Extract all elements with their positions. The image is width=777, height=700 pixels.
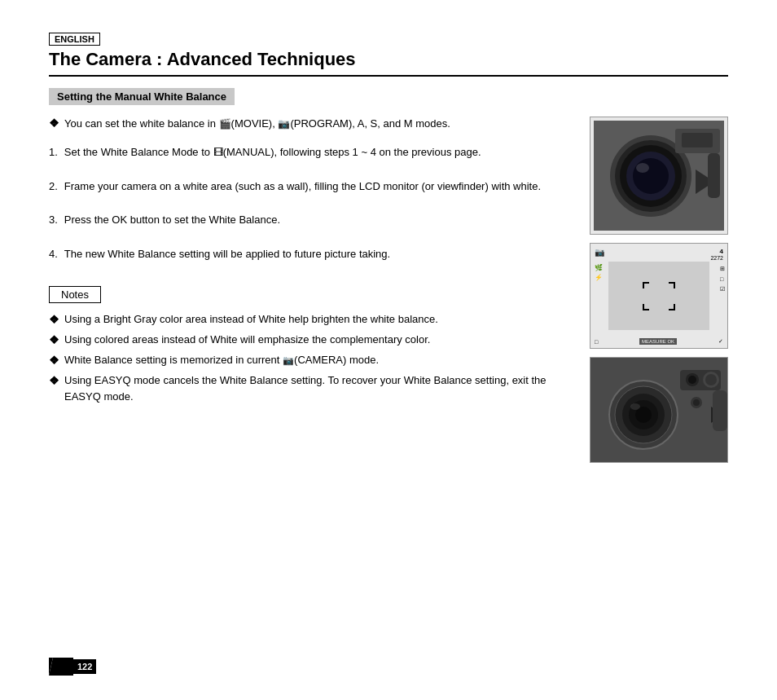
bullet-intro: ❖ [49,117,59,130]
svg-marker-29 [49,658,73,676]
right-images: 📷 4 2272 🌿 ⚡ ⊞ [590,117,728,463]
step-4: 4. The new White Balance setting will be… [49,246,573,262]
page-title: The Camera : Advanced Techniques [49,49,728,77]
note-bullet-1: ❖ [49,311,59,328]
svg-rect-27 [713,390,727,431]
note-bullet-4: ❖ [49,372,59,404]
note-text-3: White Balance setting is memorized in cu… [64,352,379,369]
svg-rect-8 [682,133,713,147]
step-2-text: Frame your camera on a white area (such … [64,178,541,195]
note-item-4: ❖ Using EASYQ mode cancels the White Bal… [49,372,573,404]
camera-lens-image [590,117,728,235]
note-item-1: ❖ Using a Bright Gray color area instead… [49,311,573,328]
step-3: 3. Press the OK button to set the White … [49,212,573,228]
page-number-area: 122 [49,658,96,676]
svg-point-6 [636,163,649,173]
step-1: 1. Set the White Balance Mode to 🎞(MANUA… [49,144,573,161]
svg-point-21 [688,376,696,384]
svg-point-25 [693,399,700,406]
step-4-num: 4. [49,246,58,262]
note-bullet-2: ❖ [49,332,59,349]
notes-badge: Notes [49,286,101,303]
notes-section: Notes ❖ Using a Bright Gray color area i… [49,286,573,404]
step-1-text: Set the White Balance Mode to 🎞(MANUAL),… [64,144,481,161]
note-item-2: ❖ Using colored areas instead of White w… [49,332,573,349]
section-header: Setting the Manual White Balance [49,88,235,105]
note-text-4: Using EASYQ mode cancels the White Balan… [64,372,573,404]
step-3-text: Press the OK button to set the White Bal… [64,212,280,228]
step-2-num: 2. [49,178,58,195]
svg-rect-10 [708,153,720,198]
svg-point-28 [630,403,640,410]
note-text-2: Using colored areas instead of White wil… [64,332,430,349]
note-text-1: Using a Bright Gray color area instead o… [64,311,438,328]
step-2: 2. Frame your camera on a white area (su… [49,178,573,195]
note-item-3: ❖ White Balance setting is memorized in … [49,352,573,369]
step-3-num: 3. [49,212,58,228]
svg-point-5 [633,158,669,194]
step-4-text: The new White Balance setting will be ap… [64,246,390,262]
page-number: 122 [73,659,96,674]
note-bullet-3: ❖ [49,352,59,369]
intro-text: You can set the white balance in 🎬(MOVIE… [64,117,450,130]
camera-top-image [590,357,728,463]
lcd-screen-image: 📷 4 2272 🌿 ⚡ ⊞ [590,243,728,349]
svg-point-23 [705,374,717,385]
left-content: ❖ You can set the white balance in 🎬(MOV… [49,117,573,463]
step-1-num: 1. [49,144,58,161]
intro-line: ❖ You can set the white balance in 🎬(MOV… [49,117,573,130]
english-badge: ENGLISH [49,33,100,46]
